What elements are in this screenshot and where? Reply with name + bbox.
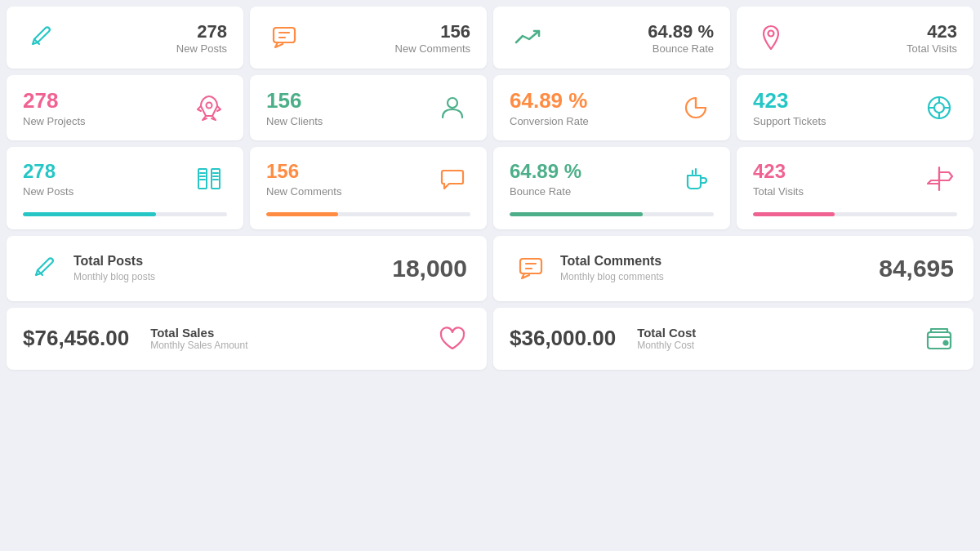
pencil-icon <box>23 20 59 56</box>
svg-point-5 <box>934 103 944 113</box>
card-top: 156 New Comments <box>266 160 470 198</box>
card-text: 64.89 % Bounce Rate <box>510 160 581 198</box>
comment-icon <box>266 20 302 56</box>
mug-icon <box>678 161 714 197</box>
card-left-wide: Total Posts Monthly blog posts <box>26 251 155 287</box>
svg-point-3 <box>448 98 457 108</box>
total-visits-r3-label: Total Visits <box>753 185 804 198</box>
progress-bar-bg <box>266 212 470 216</box>
card-new-comments-r3: 156 New Comments <box>250 147 487 229</box>
card-total-sales-r5: $76,456.00 Total Sales Monthly Sales Amo… <box>7 308 487 370</box>
card-new-comments-r1: 156 New Comments <box>250 7 487 69</box>
heart-icon <box>434 321 470 357</box>
card-new-posts-r3: 278 New Posts <box>7 147 243 229</box>
total-cost-title: Total Cost <box>637 326 696 340</box>
new-posts-r3-number: 278 <box>23 160 74 184</box>
card-left5: $36,000.00 Total Cost Monthly Cost <box>510 326 696 351</box>
total-posts-value: 18,000 <box>392 255 467 282</box>
card-text-right: 156 New Comments <box>395 21 470 55</box>
conversion-label: Conversion Rate <box>510 115 589 127</box>
pencil-sm-icon <box>26 251 62 287</box>
card-top: 64.89 % Bounce Rate <box>510 160 714 198</box>
total-visits-r1-label: Total Visits <box>906 42 957 55</box>
card-text-left: 156 New Clients <box>266 88 323 127</box>
row5: $76,456.00 Total Sales Monthly Sales Amo… <box>7 308 973 370</box>
card-text-right: 64.89 % Bounce Rate <box>648 21 714 55</box>
row4: Total Posts Monthly blog posts 18,000 To… <box>7 236 973 301</box>
total-visits-r1-number: 423 <box>906 21 957 42</box>
card-bounce-r1: 64.89 % Bounce Rate <box>493 7 730 69</box>
card-text-right: 278 New Posts <box>176 21 227 55</box>
bounce-r1-label: Bounce Rate <box>648 42 714 55</box>
card-new-posts-r1: 278 New Posts <box>7 7 243 69</box>
new-comments-r3-label: New Comments <box>266 185 341 198</box>
progress-bar-fill <box>753 212 835 216</box>
card-total-cost-r5: $36,000.00 Total Cost Monthly Cost <box>493 308 973 370</box>
card-cost-text: Total Cost Monthly Cost <box>637 326 696 351</box>
row2: 278 New Projects 156 New Clients <box>7 75 973 140</box>
card-top: 423 Total Visits <box>753 160 957 198</box>
svg-point-2 <box>207 103 212 109</box>
trending-icon <box>510 20 546 56</box>
svg-rect-0 <box>274 28 295 42</box>
new-comments-r1-number: 156 <box>395 21 470 42</box>
card-text-right: 423 Total Visits <box>906 21 957 55</box>
location-icon <box>753 20 789 56</box>
row1: 278 New Posts 156 New Comments <box>7 7 973 69</box>
new-comments-r1-label: New Comments <box>395 42 470 55</box>
progress-bar-fill <box>266 212 338 216</box>
progress-bar-fill <box>23 212 156 216</box>
user-icon <box>434 90 470 126</box>
card-text-left: 423 Support Tickets <box>753 88 826 127</box>
total-sales-amount: $76,456.00 <box>23 326 129 351</box>
card-bounce-r3: 64.89 % Bounce Rate <box>493 147 730 229</box>
card-text-block: Total Comments Monthly blog comments <box>560 254 664 282</box>
card-left <box>510 20 546 56</box>
card-text: 156 New Comments <box>266 160 341 198</box>
card-left-wide: Total Comments Monthly blog comments <box>513 251 664 287</box>
support-label: Support Tickets <box>753 115 826 127</box>
new-posts-r1-number: 278 <box>176 21 227 42</box>
total-visits-r3-number: 423 <box>753 160 804 184</box>
conversion-number: 64.89 % <box>510 88 589 113</box>
card-total-comments-r4: Total Comments Monthly blog comments 84,… <box>493 236 973 301</box>
new-projects-number: 278 <box>23 88 86 113</box>
card-left5: $76,456.00 Total Sales Monthly Sales Amo… <box>23 326 248 351</box>
svg-rect-21 <box>520 259 541 273</box>
rocket-icon <box>191 90 227 126</box>
card-top: 278 New Posts <box>23 160 227 198</box>
total-comments-subtitle: Monthly blog comments <box>560 271 664 282</box>
card-text: 423 Total Visits <box>753 160 804 198</box>
total-comments-title: Total Comments <box>560 254 664 269</box>
new-comments-r3-number: 156 <box>266 160 341 184</box>
card-text-left: 64.89 % Conversion Rate <box>510 88 589 127</box>
wallet-icon <box>921 321 957 357</box>
bounce-r3-label: Bounce Rate <box>510 185 581 198</box>
card-new-projects-r2: 278 New Projects <box>7 75 243 140</box>
card-text: 278 New Posts <box>23 160 74 198</box>
progress-bar-bg <box>510 212 714 216</box>
bounce-r1-number: 64.89 % <box>648 21 714 42</box>
speech-icon <box>434 161 470 197</box>
lifebuoy-icon <box>921 90 957 126</box>
signpost-icon <box>921 161 957 197</box>
new-clients-number: 156 <box>266 88 323 113</box>
card-total-posts-r4: Total Posts Monthly blog posts 18,000 <box>7 236 487 301</box>
progress-bar-bg <box>753 212 957 216</box>
progress-bar-fill <box>510 212 643 216</box>
book-icon <box>191 161 227 197</box>
card-text-block: Total Posts Monthly blog posts <box>74 254 155 282</box>
total-posts-subtitle: Monthly blog posts <box>74 271 155 282</box>
total-cost-subtitle: Monthly Cost <box>637 340 696 351</box>
new-posts-r1-label: New Posts <box>176 42 227 55</box>
card-new-clients-r2: 156 New Clients <box>250 75 487 140</box>
comment-sm-icon <box>513 251 549 287</box>
row3: 278 New Posts 15 <box>7 147 973 229</box>
card-sales-text: Total Sales Monthly Sales Amount <box>150 326 247 351</box>
card-left <box>753 20 789 56</box>
card-text-left: 278 New Projects <box>23 88 86 127</box>
progress-bar-bg <box>23 212 227 216</box>
card-total-visits-r3: 423 Total Visits <box>737 147 973 229</box>
card-left <box>266 20 302 56</box>
total-sales-title: Total Sales <box>150 326 247 340</box>
